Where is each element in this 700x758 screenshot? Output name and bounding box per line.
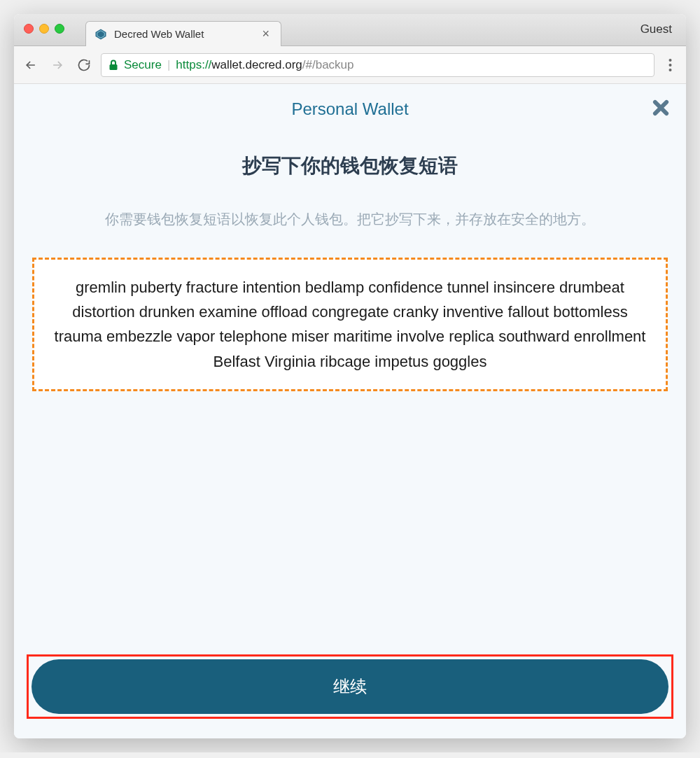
page-heading: 抄写下你的钱包恢复短语 [14, 153, 686, 179]
page-header: Personal Wallet [14, 84, 686, 126]
url-text: https://wallet.decred.org/#/backup [176, 58, 354, 72]
svg-point-3 [669, 59, 672, 62]
svg-point-5 [669, 69, 672, 71]
close-window-button[interactable] [24, 24, 34, 34]
browser-window: Decred Web Wallet × Guest Secure | https… [14, 14, 686, 738]
wallet-title: Personal Wallet [28, 99, 672, 119]
url-host: wallet.decred.org [211, 58, 302, 71]
close-icon[interactable] [651, 98, 671, 120]
url-path: /#/backup [302, 58, 354, 71]
forward-button [50, 58, 64, 72]
tab-close-icon[interactable]: × [259, 27, 272, 41]
reload-button[interactable] [77, 58, 91, 72]
page-instructions: 你需要钱包恢复短语以恢复此个人钱包。把它抄写下来，并存放在安全的地方。 [14, 207, 686, 231]
browser-toolbar: Secure | https://wallet.decred.org/#/bac… [14, 46, 686, 84]
maximize-window-button[interactable] [55, 24, 64, 34]
continue-button[interactable]: 继续 [31, 659, 668, 714]
continue-highlight: 继续 [27, 654, 673, 719]
minimize-window-button[interactable] [39, 24, 49, 34]
svg-rect-2 [110, 64, 118, 70]
browser-tab[interactable]: Decred Web Wallet × [85, 21, 281, 46]
lock-icon [108, 59, 118, 71]
spacer [14, 391, 686, 654]
seed-phrase-box: gremlin puberty fracture intention bedla… [32, 258, 668, 391]
back-button[interactable] [24, 58, 38, 72]
url-divider: | [167, 58, 170, 72]
tab-bar: Decred Web Wallet × Guest [14, 14, 686, 46]
profile-label[interactable]: Guest [640, 22, 672, 36]
page-content: Personal Wallet 抄写下你的钱包恢复短语 你需要钱包恢复短语以恢复… [14, 84, 686, 738]
svg-point-4 [669, 64, 672, 66]
secure-indicator: Secure [124, 58, 162, 72]
nav-buttons [24, 58, 91, 72]
window-controls [24, 24, 64, 34]
browser-menu-button[interactable] [664, 58, 676, 72]
tab-title: Decred Web Wallet [114, 28, 252, 40]
address-bar[interactable]: Secure | https://wallet.decred.org/#/bac… [101, 53, 654, 77]
url-protocol: https:// [176, 58, 211, 71]
decred-favicon-icon [94, 28, 107, 41]
